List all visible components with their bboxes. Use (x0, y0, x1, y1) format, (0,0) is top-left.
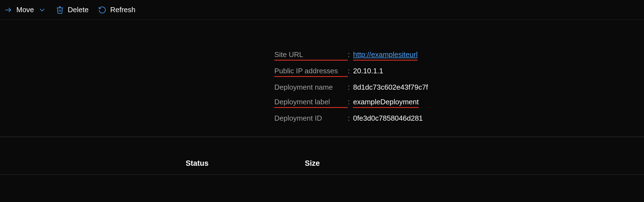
move-label: Move (16, 6, 34, 14)
property-colon: : (348, 98, 350, 106)
table-area: Status Size (0, 136, 644, 175)
table-header-row: Status Size (0, 152, 644, 174)
move-button[interactable]: Move (4, 6, 46, 14)
property-colon: : (348, 67, 350, 75)
property-label: Deployment label (274, 98, 348, 108)
toolbar: Move Delete Refresh (0, 0, 644, 20)
property-value: 0fe3d0c7858046d281 (353, 114, 423, 123)
property-label: Public IP addresses (274, 67, 348, 77)
delete-button[interactable]: Delete (56, 6, 89, 14)
refresh-button[interactable]: Refresh (98, 6, 136, 14)
property-value: 20.10.1.1 (353, 67, 383, 75)
property-value: 8d1dc73c602e43f79c7f (353, 83, 428, 92)
properties-panel: Site URL : http://examplesiteurl Public … (0, 20, 644, 123)
table-column-size[interactable]: Size (305, 159, 644, 168)
table-column-spacer (0, 159, 186, 168)
table-spacer (0, 137, 644, 152)
refresh-label: Refresh (110, 6, 136, 14)
property-colon: : (348, 83, 350, 92)
property-row-deployment-id: Deployment ID : 0fe3d0c7858046d281 (274, 114, 644, 123)
property-row-site-url: Site URL : http://examplesiteurl (274, 50, 644, 61)
arrow-right-icon (4, 6, 12, 14)
property-label: Deployment name (274, 83, 348, 92)
property-value: exampleDeployment (353, 98, 419, 108)
property-row-deployment-name: Deployment name : 8d1dc73c602e43f79c7f (274, 83, 644, 92)
delete-label: Delete (68, 6, 89, 14)
refresh-icon (98, 6, 106, 14)
table-column-status[interactable]: Status (186, 159, 305, 168)
property-row-public-ip: Public IP addresses : 20.10.1.1 (274, 67, 644, 77)
property-label: Deployment ID (274, 114, 348, 123)
property-label: Site URL (274, 50, 348, 61)
property-colon: : (348, 114, 350, 123)
site-url-link[interactable]: http://examplesiteurl (353, 50, 418, 61)
chevron-down-icon (38, 6, 46, 14)
property-row-deployment-label: Deployment label : exampleDeployment (274, 98, 644, 108)
trash-icon (56, 6, 64, 14)
property-colon: : (348, 50, 350, 59)
